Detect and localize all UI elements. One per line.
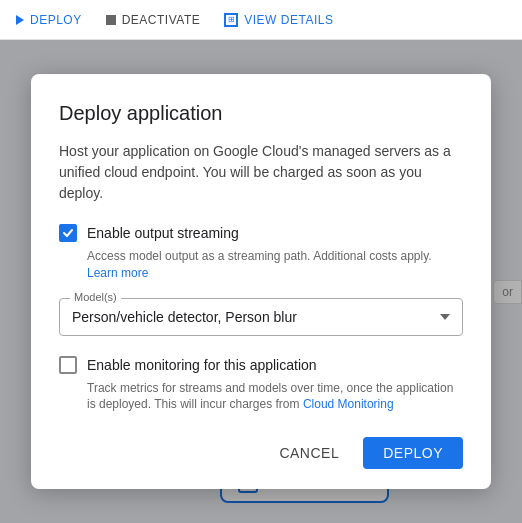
models-dropdown-label: Model(s) [70,291,121,303]
view-details-toolbar-item[interactable]: ⊞ VIEW DETAILS [224,13,333,27]
cancel-button[interactable]: CANCEL [263,437,355,469]
models-dropdown-value: Person/vehicle detector, Person blur [72,309,297,325]
streaming-checkbox[interactable] [59,224,77,242]
monitoring-description: Track metrics for streams and models ove… [87,380,463,414]
modal-footer: CANCEL DEPLOY [59,437,463,469]
monitoring-checkbox[interactable] [59,356,77,374]
learn-more-link[interactable]: Learn more [87,266,148,280]
modal-overlay: Deploy application Host your application… [0,40,522,523]
streaming-checkbox-label: Enable output streaming [87,225,239,241]
details-icon: ⊞ [224,13,238,27]
modal-title: Deploy application [59,102,463,125]
modal-description: Host your application on Google Cloud's … [59,141,463,204]
dropdown-arrow-icon [440,314,450,320]
deploy-toolbar-item[interactable]: DEPLOY [16,13,82,27]
view-details-toolbar-label: VIEW DETAILS [244,13,333,27]
deactivate-toolbar-item[interactable]: DEACTIVATE [106,13,201,27]
check-icon [62,227,74,239]
deploy-toolbar-label: DEPLOY [30,13,82,27]
deploy-button[interactable]: DEPLOY [363,437,463,469]
square-icon [106,15,116,25]
models-dropdown[interactable]: Person/vehicle detector, Person blur [60,299,462,335]
monitoring-checkbox-row[interactable]: Enable monitoring for this application [59,356,463,374]
monitoring-checkbox-label: Enable monitoring for this application [87,357,317,373]
cloud-monitoring-link[interactable]: Cloud Monitoring [303,397,394,411]
models-dropdown-wrapper: Model(s) Person/vehicle detector, Person… [59,298,463,336]
toolbar: DEPLOY DEACTIVATE ⊞ VIEW DETAILS [0,0,522,40]
play-icon [16,15,24,25]
deploy-modal: Deploy application Host your application… [31,74,491,489]
streaming-checkbox-row[interactable]: Enable output streaming [59,224,463,242]
deactivate-toolbar-label: DEACTIVATE [122,13,201,27]
streaming-sublabel: Access model output as a streaming path.… [87,248,463,282]
